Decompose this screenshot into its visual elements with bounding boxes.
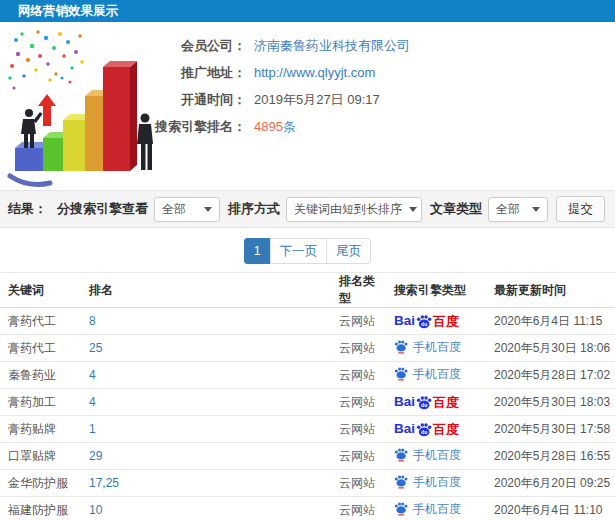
mobile-baidu-paw-icon [394, 475, 408, 489]
last-page-button[interactable]: 尾页 [326, 238, 371, 264]
updated-cell: 2020年6月4日 11:15 [490, 308, 615, 335]
baidu-logo-latin: Bai [394, 422, 415, 436]
baidu-paw-du-text: du [421, 321, 427, 327]
baidu-paw-icon: du [416, 422, 432, 437]
table-row: 秦鲁药业 4 云网站 Bai du 百度 [0, 362, 615, 389]
baidu-logo-latin: Bai [394, 395, 415, 409]
table-row: 福建防护服 10 云网站 Bai du 百度 [0, 497, 615, 520]
rank-link[interactable]: 1 [89, 422, 96, 436]
table-row: 膏药加工 4 云网站 Bai du 百度 [0, 389, 615, 416]
baidu-logo: Bai du 百度 [394, 314, 459, 328]
baidu-logo-chinese: 百度 [433, 315, 459, 328]
mobile-baidu-logo: 手机百度 [394, 448, 461, 462]
rank-type-cell: 云网站 [335, 497, 390, 520]
baidu-paw-icon: du [416, 395, 432, 410]
page-title: 网络营销效果展示 [18, 4, 118, 18]
mobile-baidu-logo: 手机百度 [394, 502, 461, 516]
mobile-baidu-label: 手机百度 [413, 368, 461, 380]
company-link[interactable]: 济南秦鲁药业科技有限公司 [254, 37, 410, 55]
engine-cell: Bai du 百度 [390, 362, 490, 389]
promotion-url-link[interactable]: http://www.qlyyjt.com [254, 65, 375, 80]
engine-view-selected: 全部 [162, 201, 197, 218]
next-page-button[interactable]: 下一页 [270, 238, 328, 264]
submit-button[interactable]: 提交 [556, 196, 605, 222]
updated-cell: 2020年6月4日 11:10 [490, 497, 615, 520]
col-header-engine-type: 搜索引擎类型 [390, 273, 490, 308]
engine-view-label: 分搜索引擎查看 [57, 200, 148, 218]
updated-cell: 2020年5月30日 18:06 [490, 335, 615, 362]
keyword-cell: 福建防护服 [0, 497, 85, 520]
table-row: 膏药代工 25 云网站 Bai du 百度 [0, 335, 615, 362]
rank-link[interactable]: 4 [89, 368, 96, 382]
rank-link[interactable]: 17,25 [89, 476, 119, 490]
updated-cell: 2020年5月28日 16:55 [490, 443, 615, 470]
mobile-baidu-label: 手机百度 [413, 449, 461, 461]
table-row: 膏药贴牌 1 云网站 Bai du 百度 [0, 416, 615, 443]
baidu-paw-du-text: du [421, 429, 427, 435]
mobile-baidu-paw-icon [394, 502, 408, 516]
info-row-rank-count: 搜索引擎排名： 4895条 [0, 113, 615, 140]
rank-count-number: 4895 [254, 119, 283, 134]
info-row-company: 会员公司： 济南秦鲁药业科技有限公司 [0, 32, 615, 59]
engine-cell: Bai du 百度 [390, 335, 490, 362]
keyword-cell: 膏药贴牌 [0, 416, 85, 443]
mobile-baidu-paw-icon [394, 448, 408, 462]
info-row-open-time: 开通时间： 2019年5月27日 09:17 [0, 86, 615, 113]
rank-type-cell: 云网站 [335, 443, 390, 470]
rank-link[interactable]: 8 [89, 314, 96, 328]
article-type-select[interactable]: 全部 [488, 197, 548, 222]
baidu-paw-icon: du [416, 314, 432, 329]
col-header-keyword: 关键词 [0, 273, 85, 308]
page-button-current[interactable]: 1 [244, 238, 271, 264]
table-row: 膏药代工 8 云网站 Bai du 百度 [0, 308, 615, 335]
engine-view-select[interactable]: 全部 [154, 197, 220, 222]
info-row-url: 推广地址： http://www.qlyyjt.com [0, 59, 615, 86]
rank-type-cell: 云网站 [335, 308, 390, 335]
mobile-baidu-label: 手机百度 [413, 476, 461, 488]
engine-cell: Bai du 百度 [390, 497, 490, 520]
mobile-baidu-paw-icon [394, 367, 408, 381]
rank-type-cell: 云网站 [335, 470, 390, 497]
rank-type-cell: 云网站 [335, 362, 390, 389]
rank-count-label: 搜索引擎排名： [0, 118, 246, 136]
chevron-down-icon [409, 207, 417, 212]
col-header-rank: 排名 [85, 273, 335, 308]
engine-cell: Bai du 百度 [390, 470, 490, 497]
keyword-cell: 膏药代工 [0, 308, 85, 335]
mobile-baidu-label: 手机百度 [413, 341, 461, 353]
updated-cell: 2020年5月30日 18:03 [490, 389, 615, 416]
rank-link[interactable]: 29 [89, 449, 102, 463]
baidu-logo: Bai du 百度 [394, 422, 459, 436]
company-label: 会员公司： [0, 37, 246, 55]
rank-count-unit: 条 [283, 119, 296, 134]
rank-type-cell: 云网站 [335, 416, 390, 443]
member-info-list: 会员公司： 济南秦鲁药业科技有限公司 推广地址： http://www.qlyy… [0, 32, 615, 140]
article-type-selected: 全部 [496, 201, 525, 218]
rank-link[interactable]: 25 [89, 341, 102, 355]
mobile-baidu-label: 手机百度 [413, 503, 461, 515]
table-row: 口罩贴牌 29 云网站 Bai du 百度 [0, 443, 615, 470]
member-info-section: 会员公司： 济南秦鲁药业科技有限公司 推广地址： http://www.qlyy… [0, 22, 615, 190]
keyword-cell: 秦鲁药业 [0, 362, 85, 389]
keyword-cell: 膏药代工 [0, 335, 85, 362]
chevron-down-icon [204, 207, 212, 212]
chevron-down-icon [532, 207, 540, 212]
updated-cell: 2020年5月30日 17:58 [490, 416, 615, 443]
engine-cell: Bai du 百度 [390, 308, 490, 335]
url-label: 推广地址： [0, 64, 246, 82]
updated-cell: 2020年5月28日 17:02 [490, 362, 615, 389]
sort-selected: 关键词由短到长排序 [294, 201, 402, 218]
rank-type-cell: 云网站 [335, 335, 390, 362]
page-title-bar: 网络营销效果展示 [0, 0, 615, 22]
rank-link[interactable]: 10 [89, 503, 102, 517]
mobile-baidu-logo: 手机百度 [394, 340, 461, 354]
rank-count-value: 4895条 [254, 118, 296, 136]
table-header-row: 关键词 排名 排名类型 搜索引擎类型 最新更新时间 [0, 273, 615, 308]
updated-cell: 2020年6月20日 09:25 [490, 470, 615, 497]
filter-bar: 结果： 分搜索引擎查看 全部 排序方式 关键词由短到长排序 文章类型 全部 提交 [0, 190, 615, 228]
engine-cell: Bai du 百度 [390, 416, 490, 443]
ground-swoosh [10, 176, 50, 184]
sort-select[interactable]: 关键词由短到长排序 [286, 197, 422, 222]
rank-link[interactable]: 4 [89, 395, 96, 409]
keyword-cell: 膏药加工 [0, 389, 85, 416]
